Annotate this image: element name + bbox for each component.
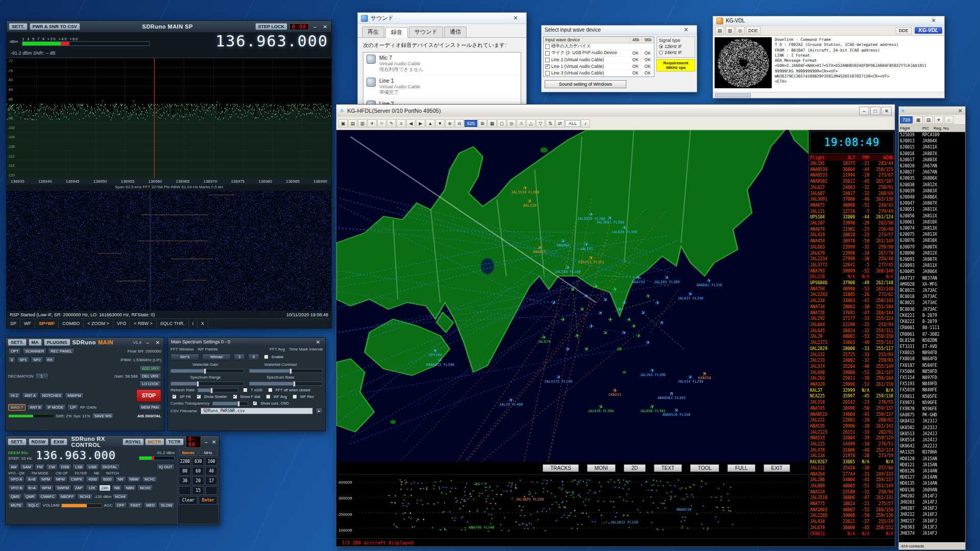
notch4-button[interactable]: NCH4 <box>112 493 128 500</box>
contact-row[interactable]: 6J0027 JA67AN <box>899 169 965 176</box>
edit-icon[interactable]: ✎ <box>387 119 396 128</box>
flight-row[interactable]: UAL2829 28000 -33 255/117 <box>809 346 895 352</box>
antenna-button[interactable]: ANT B <box>27 404 43 411</box>
flight-row[interactable]: ANA8502 35012 -45 265/107 <box>809 179 895 185</box>
sp-toolbar-button[interactable]: VFO <box>113 319 131 328</box>
contact-row[interactable]: 6J0076 JA810X <box>899 238 965 244</box>
zoom-out-icon[interactable]: ⊖ <box>455 119 464 128</box>
flight-row[interactable]: JAL134 21970 -28 273/59 <box>809 453 895 459</box>
contact-row[interactable]: HD0136 JA09AN <box>899 487 965 493</box>
minimize-button[interactable]: – <box>203 439 209 445</box>
flight-row[interactable]: JAL690 39000 -52 261/147 <box>809 370 895 376</box>
rx-sync-button[interactable]: RSYN1 <box>122 438 144 445</box>
band-key[interactable]: 60 <box>192 467 204 475</box>
flight-row[interactable]: JAL3691 37000 -46 263/136 <box>809 196 895 203</box>
wave-device-row[interactable]: マイク (2- USB PnP Audio Device OK OK <box>544 50 654 57</box>
grid-icon[interactable]: ▦ <box>914 116 923 124</box>
flight-row[interactable]: JAL809 40005 -51 261/149 <box>809 483 895 489</box>
contact-row[interactable]: DL0158 N502DN <box>899 338 965 344</box>
wave-device-row[interactable]: Line 3 (Virtual Audio Cable) OK OK <box>544 70 654 77</box>
flight-row[interactable]: ANA793 39999 -52 260/140 <box>809 268 895 274</box>
contact-row[interactable]: JH0203 JA14FJ <box>899 499 965 506</box>
aircraft-marker[interactable]: JAL3691 FL390 <box>596 215 624 224</box>
list-icon[interactable]: ≡ <box>397 119 406 128</box>
aircraft-marker[interactable] <box>560 317 565 322</box>
main-button[interactable]: OPT <box>8 348 21 355</box>
main-button[interactable]: SCANNER <box>22 348 46 355</box>
aircraft-marker[interactable]: JAL627 FL240 <box>677 291 703 300</box>
flight-row[interactable]: ANA454 38978 -50 261/149 <box>809 238 895 244</box>
aircraft-marker[interactable]: ANA8510 FL340 <box>663 408 691 417</box>
rx-button[interactable]: NCH3 <box>77 493 92 500</box>
rx-button[interactable]: 6000 <box>101 476 114 483</box>
contact-row[interactable]: FX0018 N864FD <box>899 356 965 362</box>
sp-toolbar-button[interactable]: X <box>198 319 208 328</box>
aircraft-marker[interactable] <box>646 340 650 345</box>
aircraft-marker[interactable] <box>622 300 627 305</box>
vrx-button[interactable]: 0 <box>8 357 15 363</box>
rx-button[interactable]: NB <box>112 485 122 491</box>
flight-row[interactable]: JAL132 25725 -33 255/93 <box>809 352 895 358</box>
keypad-tab[interactable]: Bands <box>179 449 198 456</box>
rx-button[interactable]: NBN <box>123 485 136 491</box>
map-button[interactable]: TRACKS <box>543 464 579 472</box>
exw-button[interactable]: EXW <box>51 438 67 445</box>
flight-row[interactable]: CR0011 N/A N/A N/A <box>809 531 895 537</box>
aircraft-marker[interactable]: CES753 FL351 <box>578 255 604 264</box>
flight-row[interactable]: JAL234 33003 -41 258/143 <box>809 298 895 304</box>
sp-toolbar-button[interactable]: COMBO <box>59 319 84 328</box>
combo-transparency-slider[interactable] <box>212 402 248 406</box>
flight-row[interactable]: JAL3772 12641 -5 277/45 <box>809 262 895 268</box>
contact-row[interactable]: FX9878 N596FE <box>899 406 965 412</box>
sp-toolbar-button[interactable]: < RBW > <box>130 319 157 328</box>
waterfall-contrast-slider[interactable] <box>249 369 323 373</box>
close-icon[interactable]: ✕ <box>957 108 964 114</box>
aircraft-marker[interactable] <box>551 300 556 305</box>
main-button[interactable]: REC PANEL <box>48 348 75 355</box>
sp-toolbar-button[interactable]: SP <box>7 319 20 328</box>
rx-button[interactable]: NBW <box>127 476 141 483</box>
sound-tab[interactable]: 通信 <box>444 27 467 37</box>
band-key[interactable]: 630 <box>192 457 204 466</box>
flight-row[interactable]: JAL112 25428 -30 257/66 <box>809 465 895 471</box>
flight-row[interactable]: NCA225 35997 -45 259/138 <box>809 393 895 399</box>
rx-button[interactable]: CWAFC <box>38 493 57 500</box>
sound-tab[interactable]: 録音 <box>385 27 408 38</box>
csv-filename-input[interactable]: SDRuno_PWRSNR.csv <box>201 408 313 414</box>
range-combo[interactable]: 525 <box>464 120 477 127</box>
spectrum-range-slider[interactable] <box>170 382 244 386</box>
fft-avg-select[interactable]: 3 <box>234 354 245 360</box>
flight-row[interactable]: ANA8533 21994 -28 273/67 <box>809 172 895 179</box>
aircraft-marker[interactable] <box>603 297 608 302</box>
rx-button[interactable]: MFM <box>54 476 67 483</box>
open-icon[interactable]: ▤ <box>715 27 724 35</box>
contact-row[interactable]: 6J0061 JA810X <box>899 219 965 226</box>
contact-row[interactable]: HD0135 JA14AN <box>899 481 965 487</box>
agc-button[interactable]: MED <box>144 502 158 509</box>
flight-row[interactable]: JAL2123 26151 -33 262/91 <box>809 430 895 436</box>
play-icon[interactable]: ▶ <box>416 119 425 128</box>
waterfall-gain-slider[interactable] <box>170 369 244 373</box>
flight-row[interactable]: ANA8515 34004 -41 259/137 <box>809 412 895 418</box>
contact-row[interactable]: AM9020 XA-MFG <box>899 282 965 288</box>
contact-row[interactable]: ET3331 ET-AVD <box>899 344 965 350</box>
contacts-table[interactable]: 5J5039 RPC4109 6J0013 JA804X 6J0015 JA81… <box>899 132 965 542</box>
contact-row[interactable]: 6J0020 JA67AN <box>899 163 965 169</box>
rx-button[interactable]: SWFM <box>55 485 71 491</box>
contact-row[interactable]: GK0502 JA23JJ <box>899 425 965 431</box>
filter-combo[interactable]: ALL <box>565 120 580 127</box>
scrollbar-thumb[interactable] <box>715 93 751 97</box>
antenna-button[interactable]: IF MODE <box>45 404 66 411</box>
gear-icon[interactable]: ◎ <box>736 27 745 35</box>
climb-icon[interactable]: △ <box>526 119 535 128</box>
contact-row[interactable]: HD0120 JA15AN <box>899 456 965 462</box>
band-key[interactable]: 20 <box>192 477 204 485</box>
mode-button[interactable]: DSB <box>59 464 71 470</box>
rx-button[interactable]: B>A <box>26 485 38 491</box>
flight-row[interactable]: JAL2234 27998 -38 254/46 <box>809 256 895 262</box>
vrx-button[interactable]: SP1 <box>17 357 29 363</box>
contact-row[interactable]: FX0187 N584FE <box>899 363 965 369</box>
wave-device-row[interactable]: Line 2 (Virtual Audio Cable) OK OK <box>544 57 654 63</box>
band-key[interactable]: 2200 <box>179 457 191 466</box>
flight-row[interactable]: JAL2172 33003 -40 255/143 <box>809 340 895 346</box>
